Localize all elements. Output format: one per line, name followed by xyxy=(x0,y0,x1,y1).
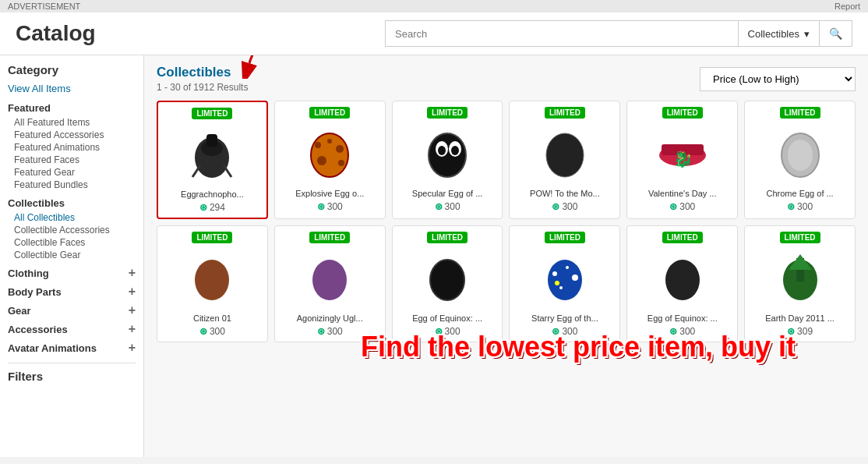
search-icon: 🔍 xyxy=(829,27,842,40)
svg-point-17 xyxy=(438,146,446,155)
featured-section: Featured All Featured Items Featured Acc… xyxy=(8,102,136,191)
item-price-value: 300 xyxy=(797,201,813,212)
item-badge: LIMITED xyxy=(662,232,703,243)
item-card[interactable]: LIMITED POW! To the Mo... ⊛ 300 xyxy=(509,101,620,219)
item-badge: LIMITED xyxy=(545,232,585,243)
item-name: Explosive Egg o... xyxy=(280,189,380,198)
svg-point-8 xyxy=(315,142,321,148)
accessories-label: Accessories xyxy=(8,324,68,335)
item-image: 🐉 xyxy=(651,122,714,184)
featured-section-title: Featured xyxy=(8,102,136,114)
robux-icon: ⊛ xyxy=(317,201,325,212)
item-card[interactable]: LIMITED Specular Egg of ... ⊛ 300 xyxy=(392,101,503,219)
sidebar-item-featured-animations[interactable]: Featured Animations xyxy=(8,141,136,154)
robux-icon: ⊛ xyxy=(552,201,559,212)
robux-icon: ⊛ xyxy=(669,326,677,337)
item-badge: LIMITED xyxy=(780,232,820,243)
item-card[interactable]: LIMITED Agonizingly Ugl... ⊛ 300 xyxy=(274,225,386,342)
item-card[interactable]: LIMITED Chrome Egg of ... ⊛ 300 xyxy=(744,101,856,219)
item-image xyxy=(416,246,478,309)
item-card[interactable]: LIMITED Earth Day 2011 ... ⊛ 309 xyxy=(744,225,856,342)
sidebar-item-all-featured[interactable]: All Featured Items xyxy=(8,116,136,129)
app-title: Catalog xyxy=(16,21,109,46)
item-price: ⊛ 294 xyxy=(163,202,262,213)
search-button[interactable]: 🔍 xyxy=(819,20,852,47)
search-bar: Collectibles ▾ 🔍 xyxy=(385,20,852,47)
svg-point-11 xyxy=(338,160,344,166)
item-price-value: 300 xyxy=(445,326,460,337)
svg-point-28 xyxy=(312,260,347,300)
item-price-value: 300 xyxy=(327,326,343,337)
svg-text:🐉: 🐉 xyxy=(672,150,692,168)
sidebar-item-collectible-gear[interactable]: Collectible Gear xyxy=(8,249,136,261)
avatar-animations-expandable[interactable]: Avatar Animations + xyxy=(8,341,136,355)
sort-select[interactable]: Price (Low to High) Price (High to Low) … xyxy=(700,67,856,91)
svg-marker-40 xyxy=(789,254,812,270)
item-card[interactable]: LIMITED Egg of Equinox: ... ⊛ 300 xyxy=(392,225,503,342)
item-price: ⊛ 300 xyxy=(632,201,732,212)
category-select[interactable]: Collectibles ▾ xyxy=(738,20,819,47)
item-card[interactable]: LIMITED Starry Egg of th... ⊛ 300 xyxy=(509,225,620,342)
gear-expandable[interactable]: Gear + xyxy=(8,303,136,317)
sidebar-item-all-collectibles[interactable]: All Collectibles xyxy=(8,211,136,224)
body-parts-expandable[interactable]: Body Parts + xyxy=(8,285,136,299)
item-badge: LIMITED xyxy=(427,107,468,119)
robux-icon: ⊛ xyxy=(317,326,325,337)
item-card[interactable]: LIMITED Citizen 01 ⊛ 300 xyxy=(157,225,268,342)
robux-icon: ⊛ xyxy=(669,201,677,212)
item-name: Agonizingly Ugl... xyxy=(280,313,380,323)
item-badge: LIMITED xyxy=(309,107,350,119)
item-image xyxy=(298,246,361,309)
collectibles-section: Collectibles All Collectibles Collectibl… xyxy=(8,197,136,261)
report-link[interactable]: Report xyxy=(834,2,860,11)
plus-icon: + xyxy=(129,322,136,336)
results-count: 1 - 30 of 1912 Results xyxy=(157,82,248,93)
item-image xyxy=(181,122,243,185)
item-badge: LIMITED xyxy=(662,107,703,119)
robux-icon: ⊛ xyxy=(199,202,207,213)
svg-point-26 xyxy=(788,140,813,171)
item-card[interactable]: LIMITED Eggrachnopho... ⊛ 294 xyxy=(157,101,268,219)
svg-point-34 xyxy=(572,275,578,281)
item-name: POW! To the Mo... xyxy=(514,189,615,198)
sidebar-item-collectible-faces[interactable]: Collectible Faces xyxy=(8,236,136,249)
item-card[interactable]: LIMITED Explosive Egg o... ⊛ 300 xyxy=(274,101,386,219)
content-area: Collectibles 1 - 30 of 1912 Results Pric… xyxy=(144,55,868,457)
accessories-expandable[interactable]: Accessories + xyxy=(8,322,136,336)
svg-point-35 xyxy=(559,286,563,289)
item-price: ⊛ 309 xyxy=(750,326,850,337)
sidebar-item-featured-bundles[interactable]: Featured Bundles xyxy=(8,179,136,191)
clothing-expandable[interactable]: Clothing + xyxy=(8,266,136,280)
sort-dropdown[interactable]: Price (Low to High) Price (High to Low) … xyxy=(700,67,856,91)
item-price: ⊛ 300 xyxy=(162,326,263,337)
search-input[interactable] xyxy=(385,20,738,47)
sidebar-item-collectible-accessories[interactable]: Collectible Accessories xyxy=(8,224,136,236)
robux-icon: ⊛ xyxy=(435,326,443,337)
svg-point-33 xyxy=(566,266,569,269)
item-badge: LIMITED xyxy=(192,108,232,119)
svg-point-36 xyxy=(555,281,559,285)
view-all-items-link[interactable]: View All Items xyxy=(8,81,136,96)
category-heading: Category xyxy=(8,63,136,76)
item-name: Starry Egg of th... xyxy=(514,313,615,323)
sidebar-item-featured-gear[interactable]: Featured Gear xyxy=(8,166,136,179)
item-image xyxy=(534,122,596,184)
sidebar-item-featured-faces[interactable]: Featured Faces xyxy=(8,154,136,166)
svg-rect-3 xyxy=(206,134,217,147)
content-title-block: Collectibles 1 - 30 of 1912 Results xyxy=(157,65,248,93)
item-price-value: 309 xyxy=(797,326,813,337)
robux-icon: ⊛ xyxy=(787,326,795,337)
item-card[interactable]: LIMITED 🐉 Valentine's Day ... ⊛ 300 xyxy=(626,101,738,219)
item-badge: LIMITED xyxy=(427,232,468,243)
item-card[interactable]: LIMITED Egg of Equinox: ... ⊛ 300 xyxy=(626,225,738,342)
svg-point-32 xyxy=(552,271,557,276)
plus-icon: + xyxy=(129,341,136,355)
item-price-value: 300 xyxy=(327,201,343,212)
item-name: Valentine's Day ... xyxy=(632,189,732,198)
item-price-value: 300 xyxy=(210,326,225,337)
item-name: Chrome Egg of ... xyxy=(750,189,850,198)
item-image xyxy=(181,246,243,309)
item-price: ⊛ 300 xyxy=(514,201,615,212)
sidebar-item-featured-accessories[interactable]: Featured Accessories xyxy=(8,129,136,141)
plus-icon: + xyxy=(129,266,136,280)
